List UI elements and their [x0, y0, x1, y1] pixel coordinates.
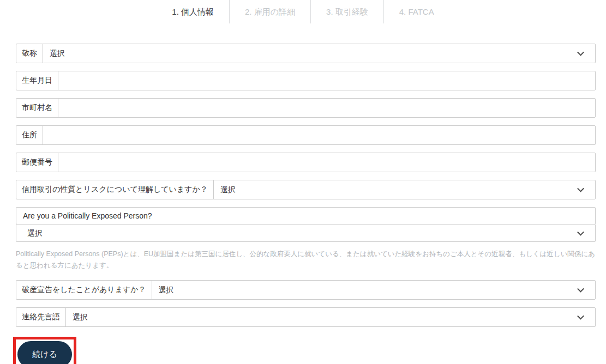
bankruptcy-control: 選択 — [152, 281, 595, 299]
highlight-annotation-box: 続ける — [13, 337, 76, 364]
step-personal-info: 1. 個人情報 — [157, 0, 230, 23]
margin-risk-row: 信用取引の性質とリスクについて理解していますか？ 選択 — [16, 180, 596, 199]
personal-info-form: 敬称 選択 生年月日 市町村名 住所 郵便番号 — [16, 44, 596, 364]
continue-button[interactable]: 続ける — [17, 341, 72, 364]
address-control — [43, 126, 595, 144]
title-label: 敬称 — [16, 44, 43, 63]
address-row: 住所 — [16, 125, 596, 145]
postal-code-control — [58, 153, 595, 172]
title-select[interactable]: 選択 — [43, 44, 595, 63]
contact-language-select[interactable]: 選択 — [66, 308, 595, 326]
address-input[interactable] — [43, 126, 595, 144]
postal-code-row: 郵便番号 — [16, 153, 596, 172]
contact-language-row: 連絡先言語 選択 — [16, 307, 596, 327]
step-trading-experience: 3. 取引経験 — [311, 0, 384, 23]
bankruptcy-label: 破産宣告をしたことがありますか？ — [16, 281, 152, 299]
address-label: 住所 — [16, 126, 43, 144]
postal-code-input[interactable] — [58, 153, 595, 172]
birthdate-row: 生年月日 — [16, 71, 596, 90]
birthdate-label: 生年月日 — [16, 71, 58, 90]
contact-language-control: 選択 — [66, 308, 595, 326]
margin-risk-select[interactable]: 選択 — [214, 180, 595, 199]
pep-select[interactable]: 選択 — [16, 225, 595, 241]
contact-language-label: 連絡先言語 — [16, 308, 66, 326]
progress-stepper: 1. 個人情報 2. 雇用の詳細 3. 取引経験 4. FATCA — [0, 0, 606, 23]
pep-explanation-note: Politically Exposed Persons (PEPs)とは、EU加… — [16, 248, 596, 271]
birthdate-input[interactable] — [58, 71, 595, 90]
pep-control: 選択 — [16, 225, 595, 241]
birthdate-control — [58, 71, 595, 90]
step-fatca: 4. FATCA — [384, 0, 449, 23]
city-input[interactable] — [58, 99, 595, 117]
title-control: 選択 — [43, 44, 595, 63]
bankruptcy-select[interactable]: 選択 — [152, 281, 595, 299]
city-control — [58, 99, 595, 117]
bankruptcy-row: 破産宣告をしたことがありますか？ 選択 — [16, 280, 596, 300]
margin-risk-label: 信用取引の性質とリスクについて理解していますか？ — [16, 180, 214, 199]
title-row: 敬称 選択 — [16, 44, 596, 63]
pep-select-row: 選択 — [16, 224, 596, 242]
city-row: 市町村名 — [16, 98, 596, 118]
pep-question-label: Are you a Politically Exposed Person? — [16, 207, 596, 225]
margin-risk-control: 選択 — [214, 180, 595, 199]
city-label: 市町村名 — [16, 99, 58, 117]
step-employment-details: 2. 雇用の詳細 — [230, 0, 311, 23]
postal-code-label: 郵便番号 — [16, 153, 58, 172]
